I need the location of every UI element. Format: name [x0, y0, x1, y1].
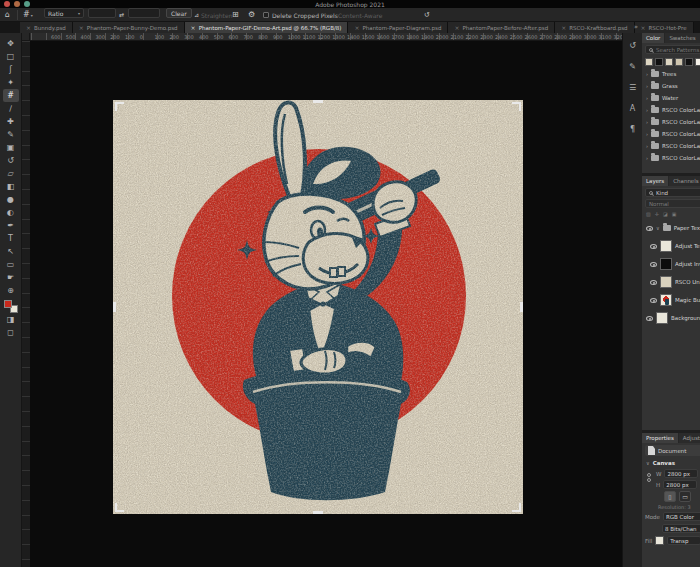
close-tab-icon[interactable]: ×	[641, 24, 646, 31]
document-tab[interactable]: ×Bunndy.psd	[20, 22, 73, 33]
home-icon[interactable]: ⌂	[5, 11, 10, 19]
marquee-tool-icon[interactable]: □	[3, 50, 19, 63]
orientation-landscape-button[interactable]: ▭	[679, 491, 691, 502]
chevron-right-icon[interactable]: ›	[646, 107, 648, 113]
layer-visibility-eye-icon[interactable]	[646, 226, 653, 231]
crop-handle-top[interactable]	[313, 100, 323, 103]
chevron-right-icon[interactable]: ›	[646, 131, 648, 137]
pattern-swatch[interactable]	[645, 58, 653, 66]
chevron-right-icon[interactable]: ›	[646, 155, 648, 161]
layer-row[interactable]: RSCO Un	[642, 273, 700, 291]
document-canvas[interactable]	[113, 100, 523, 514]
crop-handle-bottom-left[interactable]	[115, 503, 124, 512]
patterns-tab-swatches[interactable]: Swatches	[665, 33, 699, 43]
pattern-folder-row[interactable]: ›Water	[642, 92, 700, 104]
crop-ratio-select[interactable]: Ratio ▾	[44, 8, 84, 18]
adjustments-panel-icon[interactable]: ☰	[626, 81, 640, 93]
layer-thumbnail[interactable]	[660, 276, 672, 288]
document-tab[interactable]: ×Phantom-Paper-GIF-Demo-Art.psd @ 66.7% …	[185, 22, 349, 33]
pattern-folder-row[interactable]: ›RSCO ColorLab	[642, 140, 700, 152]
gradient-tool-icon[interactable]: ◧	[3, 180, 19, 193]
pattern-folder-row[interactable]: ›RSCO ColorLab	[642, 128, 700, 140]
layer-row[interactable]: ∨Paper Texture	[642, 219, 700, 237]
chevron-right-icon[interactable]: ›	[646, 83, 648, 89]
clear-button[interactable]: Clear	[166, 8, 192, 18]
orientation-portrait-button[interactable]: ▯	[664, 491, 676, 502]
shape-tool-icon[interactable]: ▭	[3, 258, 19, 271]
chevron-right-icon[interactable]: ›	[646, 95, 648, 101]
pattern-swatch[interactable]	[665, 58, 673, 66]
layers-tab-layers[interactable]: Layers	[642, 176, 668, 186]
layer-visibility-eye-icon[interactable]	[650, 280, 657, 285]
properties-tab-properties[interactable]: Properties	[642, 433, 678, 443]
close-tab-icon[interactable]: ×	[354, 24, 359, 31]
patterns-tab-color[interactable]: Color	[642, 33, 664, 43]
paragraph-panel-icon[interactable]: ¶	[626, 123, 640, 135]
document-tab[interactable]: ×RSCO-Kraftboard.psd	[555, 22, 634, 33]
crop-handle-bottom-right[interactable]	[512, 503, 521, 512]
crop-tool-icon[interactable]: #	[23, 11, 30, 19]
lock-transparency-icon[interactable]: ▨	[646, 211, 651, 217]
screen-mode-icon[interactable]: ◻	[3, 326, 19, 339]
crop-handle-top-right[interactable]	[512, 102, 521, 111]
layer-row[interactable]: Adjust Inv	[642, 255, 700, 273]
properties-tab-adjustme[interactable]: Adjustme	[679, 433, 700, 443]
pattern-search-input[interactable]: Search Patterns	[645, 45, 700, 54]
group-expand-chevron-icon[interactable]: ∨	[656, 225, 660, 231]
chevron-right-icon[interactable]: ›	[646, 143, 648, 149]
pattern-swatch[interactable]	[695, 58, 700, 66]
canvas-height-field[interactable]: 2800 px	[663, 480, 697, 489]
reset-crop-icon[interactable]: ↺	[424, 11, 430, 19]
quick-mask-icon[interactable]: ◨	[3, 313, 19, 326]
lock-all-icon[interactable]: ▣	[672, 211, 677, 217]
swap-dimensions-icon[interactable]: ⇄	[119, 11, 124, 19]
foreground-color-swatch[interactable]	[4, 300, 12, 308]
layer-visibility-eye-icon[interactable]	[650, 262, 657, 267]
layer-row[interactable]: Background	[642, 309, 700, 327]
type-tool-icon[interactable]: T	[3, 232, 19, 245]
canvas-width-field[interactable]: 2800 px	[664, 469, 698, 478]
crop-handle-right[interactable]	[520, 302, 523, 312]
pattern-swatch[interactable]	[685, 58, 693, 66]
document-tab[interactable]: ×Phantom-Paper-Bunny-Demo.psd	[73, 22, 185, 33]
pattern-swatch[interactable]	[655, 58, 663, 66]
layer-visibility-eye-icon[interactable]	[650, 244, 657, 249]
pattern-folder-row[interactable]: ›Trees	[642, 68, 700, 80]
layer-visibility-eye-icon[interactable]	[650, 298, 657, 303]
crop-settings-gear-icon[interactable]: ⚙	[248, 11, 255, 19]
move-tool-icon[interactable]: ✥	[3, 37, 19, 50]
path-select-tool-icon[interactable]: ↖	[3, 245, 19, 258]
pattern-folder-row[interactable]: ›RSCO ColorLab	[642, 104, 700, 116]
canvas-section-header[interactable]: ∨ Canvas	[642, 458, 700, 468]
lock-position-icon[interactable]: ◪	[663, 211, 668, 217]
layer-visibility-eye-icon[interactable]	[646, 316, 653, 321]
fill-select[interactable]: Transp	[667, 536, 700, 545]
layer-thumbnail[interactable]	[656, 312, 668, 324]
layer-filter-select[interactable]: Kind ▾	[645, 188, 700, 197]
pen-tool-icon[interactable]: ✒	[3, 219, 19, 232]
layer-thumbnail[interactable]	[660, 294, 672, 306]
lasso-tool-icon[interactable]: ʃ	[3, 63, 19, 76]
lock-pixels-icon[interactable]: ✛	[655, 211, 659, 217]
crop-tool-icon[interactable]: #	[3, 89, 19, 102]
zoom-tool-icon[interactable]: ⊕	[3, 284, 19, 297]
close-tab-icon[interactable]: ×	[561, 24, 566, 31]
link-dimensions-icon[interactable]	[647, 473, 651, 482]
horizontal-ruler[interactable]: 6005004003002001000100200300400500600700…	[22, 33, 622, 41]
crop-handle-left[interactable]	[113, 302, 116, 312]
crop-width-input[interactable]	[88, 8, 116, 18]
crop-handle-top-left[interactable]	[115, 102, 124, 111]
pattern-folder-row[interactable]: ›RSCO ColorLab	[642, 152, 700, 164]
eyedropper-tool-icon[interactable]: ∕	[3, 102, 19, 115]
close-tab-icon[interactable]: ×	[191, 24, 196, 31]
crop-handle-bottom[interactable]	[313, 511, 323, 514]
dodge-tool-icon[interactable]: ◐	[3, 206, 19, 219]
layer-row[interactable]: Magic Bunny	[642, 291, 700, 309]
document-tab[interactable]: ×Phantom-Paper-Diagram.psd	[348, 22, 448, 33]
document-properties-row[interactable]: Document	[645, 445, 700, 456]
character-panel-icon[interactable]: A	[626, 102, 640, 114]
tab-overflow-icon[interactable]: »	[634, 23, 638, 31]
history-brush-tool-icon[interactable]: ↺	[3, 154, 19, 167]
close-tab-icon[interactable]: ×	[79, 24, 84, 31]
pattern-folder-row[interactable]: ›Grass	[642, 80, 700, 92]
